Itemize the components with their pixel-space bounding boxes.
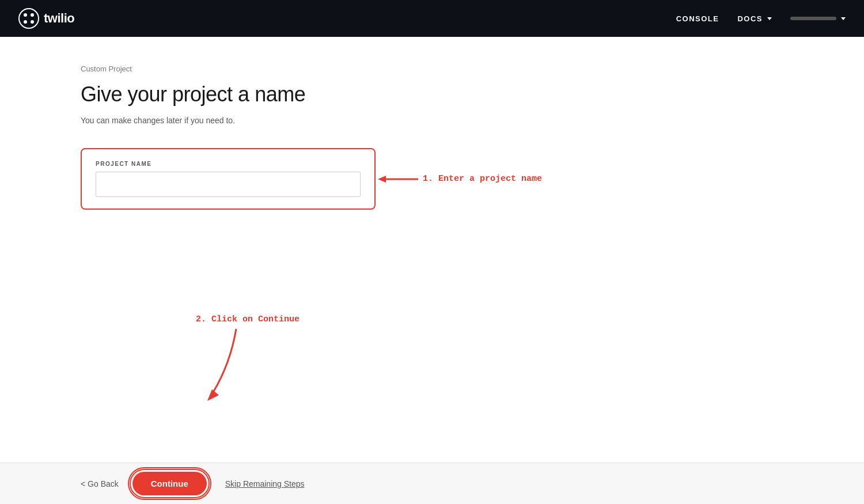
docs-nav-item[interactable]: DOCS: [737, 14, 772, 23]
annotation-2-container: 2. Click on Continue: [196, 314, 300, 406]
svg-marker-7: [207, 389, 219, 401]
skip-remaining-steps-link[interactable]: Skip Remaining Steps: [225, 479, 305, 488]
twilio-logo-icon: [18, 8, 39, 29]
svg-point-3: [24, 20, 27, 24]
continue-button-wrapper: Continue: [132, 472, 207, 495]
logo[interactable]: twilio: [18, 8, 74, 29]
user-menu[interactable]: [790, 17, 846, 20]
breadcrumb: Custom Project: [81, 65, 783, 73]
user-menu-chevron-icon: [841, 17, 846, 20]
page-subtitle: You can make changes later if you need t…: [81, 116, 783, 125]
annotation-arrow-2: [196, 329, 276, 404]
svg-marker-6: [378, 176, 386, 183]
logo-text: twilio: [44, 11, 74, 26]
user-avatar: [790, 17, 836, 20]
header: twilio CONSOLE DOCS: [0, 0, 864, 37]
docs-chevron-icon: [767, 17, 772, 20]
project-name-form-box: PROJECT NAME: [81, 148, 376, 210]
svg-point-1: [24, 13, 27, 17]
field-label: PROJECT NAME: [96, 161, 361, 167]
console-nav-item[interactable]: CONSOLE: [676, 14, 719, 23]
page-title: Give your project a name: [81, 82, 783, 107]
annotation-text-1: 1. Enter a project name: [423, 174, 542, 184]
continue-button[interactable]: Continue: [132, 472, 207, 495]
svg-point-2: [31, 13, 34, 17]
header-nav: CONSOLE DOCS: [676, 14, 846, 23]
svg-point-0: [19, 9, 39, 28]
svg-point-4: [31, 20, 34, 24]
annotation-text-2: 2. Click on Continue: [196, 314, 300, 324]
main-content: Custom Project Give your project a name …: [0, 37, 864, 504]
project-name-input[interactable]: [96, 172, 361, 197]
go-back-link[interactable]: < Go Back: [81, 479, 119, 488]
footer: < Go Back Continue Skip Remaining Steps: [0, 463, 864, 504]
annotation-arrow-1: [378, 173, 418, 185]
